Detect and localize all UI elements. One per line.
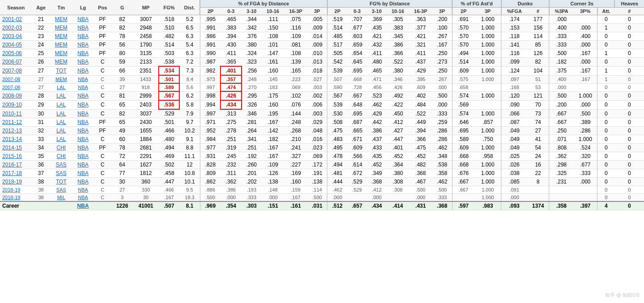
table-cell: .141 (501, 41, 527, 49)
table-cell[interactable]: NBA (72, 178, 93, 186)
table-cell: .603 (347, 32, 367, 41)
table-cell[interactable]: MEM (50, 75, 72, 83)
table-cell[interactable]: NBA (72, 109, 93, 118)
table-cell: 360 (133, 178, 158, 186)
table-cell: .411 (409, 49, 432, 58)
table-cell[interactable]: 2016-17 (0, 161, 32, 169)
table-cell[interactable]: CHI (50, 152, 72, 161)
table-cell[interactable]: LAL (50, 91, 72, 100)
table-cell: .990 (200, 49, 220, 58)
table-cell: 23 (32, 32, 50, 41)
table-cell[interactable]: 2009-10 (0, 100, 32, 109)
table-cell: 12 (179, 161, 200, 169)
table-cell[interactable]: 2004-05 (0, 41, 32, 49)
table-cell[interactable]: 2005-06 (0, 49, 32, 58)
table-cell[interactable]: 2015-16 (0, 152, 32, 161)
table-cell[interactable]: NBA (72, 194, 93, 202)
table-cell[interactable]: 2007-08 (0, 66, 32, 75)
table-cell: 2458 (133, 32, 158, 41)
table-cell[interactable]: 2013-14 (0, 135, 32, 144)
table-cell: .090 (501, 100, 527, 109)
table-cell[interactable]: LAL (50, 100, 72, 109)
table-cell[interactable]: 2008-09 (0, 91, 32, 100)
table-cell[interactable]: 2018-19 (0, 178, 32, 186)
table-cell[interactable]: NBA (72, 100, 93, 109)
table-cell[interactable]: NBA (72, 49, 93, 58)
table-cell[interactable]: NBA (72, 201, 93, 210)
table-cell[interactable]: NBA (72, 66, 93, 75)
table-cell: 7.3 (179, 66, 200, 75)
table-cell: 0 (614, 118, 644, 127)
table-cell[interactable]: 2001-02 (0, 15, 32, 24)
table-cell: .500 (549, 49, 574, 58)
table-cell: .267 (432, 75, 452, 83)
table-cell[interactable]: NBA (72, 41, 93, 49)
table-cell: 27 (111, 186, 133, 194)
table-cell[interactable]: MEM (50, 15, 72, 24)
table-cell[interactable]: 2014-15 (0, 144, 32, 152)
table-cell: .462 (367, 100, 386, 109)
table-cell[interactable]: NBA (72, 118, 93, 127)
table-cell[interactable]: 2007-08 (0, 83, 32, 91)
table-cell[interactable]: NBA (72, 161, 93, 169)
table-cell: 0 (614, 144, 644, 152)
table-cell: .677 (573, 161, 597, 169)
table-cell[interactable]: LAL (50, 83, 72, 91)
table-cell[interactable]: 2011-12 (0, 118, 32, 127)
table-cell[interactable]: NBA (72, 32, 93, 41)
table-cell: .025 (501, 152, 527, 161)
table-cell[interactable]: NBA (72, 127, 93, 135)
table-cell[interactable]: MEM (50, 32, 72, 41)
table-row: 2018-1938SASNBAC27330.4669.5.886.386.193… (0, 186, 644, 194)
table-cell[interactable]: 2012-13 (0, 127, 32, 135)
table-cell: .401 (386, 144, 409, 152)
table-cell[interactable]: MEM (50, 58, 72, 67)
table-cell[interactable]: NBA (72, 24, 93, 32)
table-cell[interactable]: NBA (72, 83, 93, 91)
table-cell: .402 (409, 91, 432, 100)
table-cell: .116 (501, 49, 527, 58)
table-cell[interactable]: NBA (72, 152, 93, 161)
table-cell[interactable]: 2007-08 (0, 75, 32, 83)
table-cell[interactable]: MEM (50, 41, 72, 49)
table-cell: 10.8 (179, 169, 200, 178)
table-cell: .386 (220, 186, 242, 194)
table-cell: 56 (111, 41, 133, 49)
table-cell[interactable]: LAL (50, 109, 72, 118)
table-cell: C (93, 169, 111, 178)
table-cell: .013 (307, 58, 327, 67)
table-cell[interactable]: 2002-03 (0, 24, 32, 32)
table-cell[interactable]: 2006-07 (0, 58, 32, 67)
table-cell[interactable]: SAS (50, 186, 72, 194)
table-cell[interactable]: 2018-19 (0, 186, 32, 194)
table-cell[interactable]: 2018-19 (0, 194, 32, 202)
table-cell[interactable]: MEM (50, 24, 72, 32)
table-cell[interactable]: NBA (72, 58, 93, 67)
table-cell[interactable]: TOT (50, 66, 72, 75)
table-cell[interactable]: NBA (72, 75, 93, 83)
table-cell[interactable]: NBA (72, 135, 93, 144)
table-cell: 54 (527, 144, 549, 152)
table-cell: .510 (159, 24, 180, 32)
table-cell[interactable]: NBA (72, 91, 93, 100)
table-cell: .542 (327, 58, 347, 67)
table-cell[interactable]: 2010-11 (0, 109, 32, 118)
table-cell[interactable]: LAL (50, 118, 72, 127)
table-cell[interactable]: 2017-18 (0, 169, 32, 178)
table-cell: 0 (614, 169, 644, 178)
table-cell[interactable]: CHI (50, 144, 72, 152)
table-cell[interactable]: 2003-04 (0, 32, 32, 41)
table-cell: .333 (549, 32, 574, 41)
table-cell: .333 (242, 194, 262, 202)
table-cell[interactable]: TOT (50, 178, 72, 186)
table-cell[interactable]: NBA (72, 15, 93, 24)
table-cell[interactable]: NBA (72, 186, 93, 194)
table-cell[interactable]: SAS (50, 169, 72, 178)
table-cell[interactable]: NBA (72, 169, 93, 178)
table-cell[interactable]: SAS (50, 161, 72, 169)
table-cell[interactable]: LAL (50, 135, 72, 144)
table-cell[interactable]: NBA (72, 144, 93, 152)
table-cell[interactable]: MEM (50, 49, 72, 58)
table-cell[interactable]: LAL (50, 127, 72, 135)
table-cell[interactable]: MIL (50, 194, 72, 202)
